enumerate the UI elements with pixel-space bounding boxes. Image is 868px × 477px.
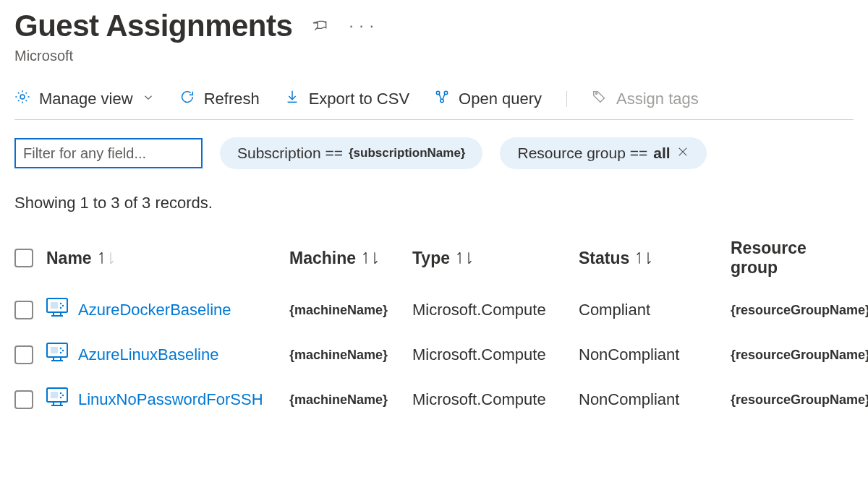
download-icon [284, 89, 300, 109]
sort-icon [362, 250, 379, 266]
row-checkbox[interactable] [14, 390, 33, 409]
cell-machine: {machineName} [289, 392, 412, 408]
assign-tags-button[interactable]: Assign tags [592, 89, 699, 109]
refresh-icon [179, 89, 195, 109]
cell-type: Microsoft.Compute [412, 390, 579, 409]
sort-icon [635, 250, 652, 266]
svg-point-17 [60, 392, 61, 394]
sort-icon [98, 250, 115, 266]
svg-rect-16 [51, 392, 58, 398]
cell-resource-group: {resourceGroupName} [731, 348, 868, 363]
svg-rect-6 [51, 302, 58, 309]
svg-point-2 [444, 91, 447, 94]
pin-icon[interactable] [311, 15, 330, 38]
svg-point-13 [62, 350, 64, 351]
chevron-down-icon [142, 90, 155, 108]
svg-point-1 [436, 91, 439, 94]
row-checkbox[interactable] [14, 301, 33, 319]
column-header-name[interactable]: Name [46, 249, 289, 268]
table-header-row: Name Machine Type Status Resource group [14, 239, 854, 288]
cell-status: NonCompliant [579, 345, 731, 364]
cell-machine: {machineName} [289, 348, 412, 363]
toolbar: Manage view Refresh Export to CSV Open q… [14, 89, 854, 120]
filter-pill-subscription-prefix: Subscription == [237, 145, 343, 162]
assign-tags-label: Assign tags [616, 90, 699, 108]
filter-pill-subscription-value: {subscriptionName} [349, 146, 466, 160]
cell-resource-group: {resourceGroupName} [731, 303, 868, 318]
results-table: Name Machine Type Status Resource group [14, 239, 854, 422]
open-query-button[interactable]: Open query [434, 89, 542, 109]
gear-icon [14, 89, 30, 109]
column-header-type-label: Type [412, 249, 450, 268]
cell-status: NonCompliant [579, 390, 731, 409]
filter-pill-rg-prefix: Resource group == [517, 145, 647, 162]
more-icon[interactable]: · · · [349, 17, 375, 35]
column-header-type[interactable]: Type [412, 249, 579, 268]
cell-resource-group: {resourceGroupName} [731, 392, 868, 408]
column-header-name-label: Name [46, 249, 92, 268]
column-header-resource-group[interactable]: Resource group [731, 239, 854, 278]
table-row: AzureLinuxBaseline {machineName} Microso… [14, 332, 854, 377]
assignment-link[interactable]: AzureDockerBaseline [78, 301, 231, 319]
export-csv-button[interactable]: Export to CSV [284, 89, 409, 109]
cell-type: Microsoft.Compute [412, 345, 579, 364]
column-header-status[interactable]: Status [579, 249, 731, 268]
svg-point-7 [60, 303, 61, 304]
svg-point-14 [60, 352, 61, 353]
records-count: Showing 1 to 3 of 3 records. [14, 194, 854, 212]
table-row: AzureDockerBaseline {machineName} Micros… [14, 288, 854, 332]
close-icon[interactable] [676, 145, 689, 162]
column-header-status-label: Status [579, 249, 629, 268]
column-header-rg-label: Resource group [731, 239, 854, 278]
toolbar-divider [566, 91, 567, 107]
filter-bar: Subscription == {subscriptionName} Resou… [14, 137, 854, 169]
filter-input[interactable] [14, 138, 203, 168]
column-header-machine[interactable]: Machine [289, 249, 412, 268]
svg-point-3 [441, 99, 443, 102]
assignment-link[interactable]: AzureLinuxBaseline [78, 345, 218, 364]
column-header-machine-label: Machine [289, 249, 356, 268]
query-icon [434, 89, 450, 109]
assignment-link[interactable]: LinuxNoPasswordForSSH [78, 390, 263, 409]
cell-machine: {machineName} [289, 303, 412, 318]
svg-point-4 [596, 93, 597, 95]
breadcrumb: Microsoft [14, 48, 854, 64]
monitor-icon [46, 387, 68, 412]
table-row: LinuxNoPasswordForSSH {machineName} Micr… [14, 377, 854, 422]
svg-point-19 [60, 397, 61, 398]
svg-point-0 [20, 95, 25, 99]
monitor-icon [46, 343, 68, 367]
monitor-icon [46, 298, 68, 322]
cell-status: Compliant [579, 301, 731, 319]
svg-point-12 [60, 348, 61, 349]
svg-point-18 [62, 395, 64, 396]
tag-icon [592, 89, 608, 109]
svg-point-8 [62, 305, 64, 306]
svg-rect-11 [51, 347, 58, 353]
sort-icon [456, 250, 473, 266]
select-all-checkbox[interactable] [14, 249, 33, 267]
open-query-label: Open query [459, 90, 542, 108]
export-csv-label: Export to CSV [309, 90, 409, 108]
row-checkbox[interactable] [14, 345, 33, 364]
filter-pill-rg-value: all [653, 145, 670, 162]
manage-view-label: Manage view [39, 90, 133, 108]
refresh-label: Refresh [204, 90, 260, 108]
manage-view-button[interactable]: Manage view [14, 89, 155, 109]
cell-type: Microsoft.Compute [412, 301, 579, 319]
refresh-button[interactable]: Refresh [179, 89, 260, 109]
svg-point-9 [60, 307, 61, 309]
filter-pill-resource-group[interactable]: Resource group == all [500, 137, 706, 169]
filter-pill-subscription[interactable]: Subscription == {subscriptionName} [220, 137, 482, 169]
page-title: Guest Assignments [14, 9, 292, 43]
